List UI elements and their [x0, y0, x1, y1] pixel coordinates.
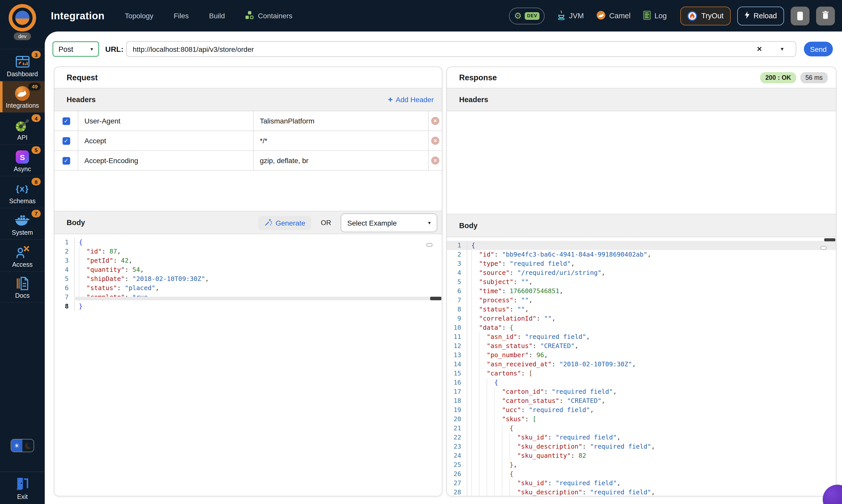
chevron-down-icon: ▾ [428, 220, 431, 226]
nav-item-containers[interactable]: Containers [245, 11, 292, 21]
or-label: OR [321, 211, 331, 235]
line-number: 6 [447, 287, 467, 296]
sidebar-item-schemas[interactable]: 8 {x} Schemas [0, 176, 45, 208]
select-example-dropdown[interactable]: Select Example ▾ [341, 213, 437, 232]
chevron-down-icon: ▾ [90, 46, 93, 52]
stop-button[interactable] [791, 6, 809, 25]
body-label: Body [67, 218, 85, 227]
theme-toggle[interactable]: ☀ [11, 439, 34, 452]
line-number: 13 [447, 350, 467, 360]
url-value: http://localhost:8081/api/v3/store/order [133, 45, 790, 53]
code-line: 4"quantity": 54, [54, 265, 442, 274]
nav-item-jvm[interactable]: JVM [557, 10, 584, 22]
reload-button[interactable]: Reload [737, 6, 784, 25]
line-number: 22 [447, 433, 467, 442]
code-line: 23"sku_description": "required field", [447, 442, 836, 451]
gear-icon: ⚙ [514, 12, 522, 20]
top-navbar: Integration Topology Files Build Contain… [0, 0, 842, 32]
plus-icon: + [388, 95, 393, 104]
flame-icon [688, 11, 697, 21]
sidebar-item-system[interactable]: 7 System [0, 208, 45, 239]
code-line: 28"sku_description": "required field", [447, 488, 836, 496]
line-number: 16 [447, 378, 467, 387]
code-line: 19"ucc": "required field", [447, 406, 836, 415]
code-line: 1{ [447, 241, 836, 250]
api-icon [15, 118, 30, 132]
delete-header-button[interactable]: ✕ [431, 157, 439, 165]
response-body-editor[interactable]: 1{2"id": "bb9e4fc3-ba6c-4941-84a4-991869… [447, 238, 836, 496]
moon-icon [22, 439, 34, 452]
table-row: ✓ User-Agent TalismanPlatform ✕ [54, 111, 442, 131]
line-number: 27 [447, 479, 467, 488]
scrollbar-thumb[interactable] [824, 238, 836, 241]
nav-item-build[interactable]: Build [209, 12, 225, 20]
sidebar-item-integrations[interactable]: 49 Integrations [0, 80, 45, 112]
clear-url-icon[interactable]: ✕ [757, 45, 762, 53]
code-line: 18"carton_status": "CREATED", [447, 396, 836, 406]
header-name-cell[interactable]: User-Agent [78, 111, 253, 130]
sidebar-item-async[interactable]: 5 S Async [0, 144, 45, 176]
add-header-button[interactable]: + Add Header [388, 95, 434, 104]
sidebar-item-exit[interactable]: Exit [0, 471, 45, 501]
env-badge: dev [14, 33, 31, 40]
sidebar-item-docs[interactable]: Docs [0, 271, 45, 303]
status-badge: 200 : OK [760, 72, 796, 83]
sidebar-item-api[interactable]: 4 API [0, 112, 45, 144]
generate-button[interactable]: Generate [258, 216, 312, 230]
sidebar-item-access[interactable]: Access [0, 239, 45, 271]
code-line: 20"skus": [ [447, 415, 836, 424]
docs-icon [16, 276, 29, 291]
line-number: 23 [447, 442, 467, 451]
dashboard-count-badge: 3 [32, 51, 41, 58]
schemas-icon: {x} [16, 182, 29, 196]
send-button[interactable]: Send [804, 42, 833, 56]
nav-item-topology[interactable]: Topology [125, 12, 153, 20]
url-history-chevron-icon[interactable]: ▾ [781, 46, 784, 52]
line-number: 6 [54, 284, 75, 293]
header-value-cell[interactable]: */* [253, 131, 428, 150]
close-icon: ✕ [433, 138, 437, 143]
header-enabled-checkbox[interactable]: ✓ [62, 157, 70, 164]
line-number: 5 [54, 274, 75, 284]
code-line: 8"status": "", [447, 305, 836, 314]
horizontal-scrollbar[interactable] [75, 297, 442, 300]
tryout-button[interactable]: TryOut [681, 6, 731, 25]
line-number: 25 [447, 460, 467, 469]
stop-icon [797, 12, 803, 20]
nav-item-files[interactable]: Files [174, 12, 189, 20]
http-method-select[interactable]: Post ▾ [52, 41, 99, 57]
code-line: 5"shipDate": "2018-02-10T09:30Z", [54, 274, 442, 284]
line-number: 7 [54, 293, 75, 302]
request-body-bar: Body Generate OR Select Example ▾ [54, 211, 442, 234]
request-body-editor[interactable]: 1{2"id": 87,3"petId": 42,4"quantity": 54… [54, 235, 442, 496]
main-content: Post ▾ URL: http://localhost:8081/api/v3… [45, 32, 842, 504]
header-value-cell[interactable]: TalismanPlatform [253, 111, 428, 130]
code-line: 26{ [447, 469, 836, 479]
headers-label: Headers [459, 95, 488, 104]
line-number: 8 [447, 305, 467, 314]
header-value-cell[interactable]: gzip, deflate, br [253, 151, 428, 170]
delete-header-button[interactable]: ✕ [431, 117, 439, 125]
delete-header-button[interactable]: ✕ [431, 137, 439, 145]
nav-item-camel[interactable]: Camel [596, 11, 631, 21]
header-name-cell[interactable]: Accept [78, 131, 253, 150]
response-time-badge: 56 ms [800, 72, 828, 83]
url-input[interactable]: http://localhost:8081/api/v3/store/order… [126, 41, 796, 57]
nav-item-log[interactable]: Log [643, 11, 667, 21]
header-name-cell[interactable]: Accept-Encoding [78, 151, 253, 170]
delete-button[interactable] [816, 6, 835, 25]
header-enabled-checkbox[interactable]: ✓ [62, 137, 70, 145]
headers-label: Headers [67, 95, 95, 104]
line-number: 1 [447, 241, 467, 250]
dev-mode-pill[interactable]: ⚙ DEV [509, 7, 545, 24]
close-icon: ✕ [433, 158, 437, 163]
containers-icon [245, 11, 255, 21]
line-number: 1 [54, 238, 75, 247]
code-line: 22"sku_id": "required field", [447, 433, 836, 442]
header-enabled-checkbox[interactable]: ✓ [62, 117, 70, 125]
sidebar-item-dashboard[interactable]: 3 Dashboard [0, 49, 45, 80]
code-line: 16{ [447, 378, 836, 387]
request-headers-bar: Headers + Add Header [54, 88, 442, 111]
scrollbar-thumb[interactable] [430, 297, 441, 300]
line-number: 19 [447, 406, 467, 415]
